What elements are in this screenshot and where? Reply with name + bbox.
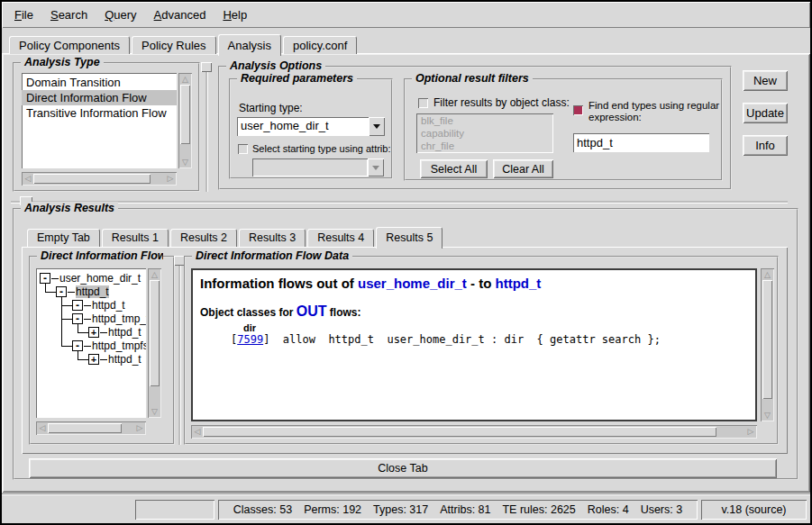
- list-item[interactable]: Domain Transition: [22, 75, 177, 90]
- tab-empty-tab[interactable]: Empty Tab: [27, 229, 100, 247]
- menu-search[interactable]: Search: [49, 6, 89, 23]
- tab-policy-conf[interactable]: policy.conf: [283, 36, 357, 54]
- scroll-right-icon[interactable]: ▷: [745, 425, 756, 439]
- stat-users: Users: 3: [641, 503, 683, 516]
- tree-node[interactable]: httpd_t: [108, 353, 141, 366]
- tree-node[interactable]: httpd_t: [92, 299, 125, 312]
- scroll-left-icon[interactable]: ◁: [23, 172, 33, 186]
- scroll-thumb[interactable]: [203, 427, 716, 437]
- results-sash-vertical[interactable]: [178, 256, 180, 445]
- tree-connector: [78, 324, 78, 332]
- attrib-combo-value: [252, 158, 368, 177]
- select-all-button[interactable]: Select All: [420, 159, 488, 178]
- tree-node[interactable]: httpd_tmp_t: [92, 312, 146, 325]
- tab-policy-rules[interactable]: Policy Rules: [132, 36, 216, 54]
- headline-target-type: httpd_t: [496, 276, 542, 291]
- update-button[interactable]: Update: [743, 103, 788, 123]
- rule-number-link[interactable]: 7599: [237, 333, 263, 346]
- tree-node-selected[interactable]: httpd_t: [76, 285, 109, 298]
- tree-expander-icon[interactable]: +: [88, 327, 99, 338]
- close-tab-button[interactable]: Close Tab: [29, 458, 777, 478]
- menu-help[interactable]: Help: [221, 6, 249, 23]
- scroll-left-icon[interactable]: ◁: [192, 425, 203, 439]
- scroll-thumb[interactable]: [180, 85, 190, 144]
- regex-checkbox[interactable]: [573, 105, 583, 115]
- info-button[interactable]: Info: [743, 135, 788, 156]
- tree-node[interactable]: user_home_dir_t: [59, 272, 141, 285]
- analysis-page: Analysis Type Domain Transition Direct I…: [2, 53, 810, 493]
- starting-type-combobox[interactable]: user_home_dir_t: [237, 117, 385, 136]
- scroll-thumb[interactable]: [48, 423, 122, 433]
- regex-input[interactable]: [573, 133, 709, 152]
- scroll-up-icon[interactable]: △: [148, 269, 161, 280]
- flow-subhead: Object classes for OUT flows:: [200, 303, 748, 320]
- menu-file[interactable]: File: [13, 6, 35, 23]
- data-hscrollbar[interactable]: ◁ ▷: [191, 425, 757, 439]
- scroll-down-icon[interactable]: ▽: [178, 157, 192, 167]
- scroll-thumb[interactable]: [762, 280, 772, 399]
- objclass-filter-checkbox[interactable]: [418, 98, 428, 108]
- analysis-options-frame: Analysis Options Required parameters Sta…: [218, 66, 732, 190]
- headline-prefix: Information flows out of: [200, 276, 354, 291]
- scroll-down-icon[interactable]: ▽: [148, 406, 161, 417]
- list-item-disabled: capability: [416, 127, 553, 140]
- list-item[interactable]: Transitive Information Flow: [22, 105, 177, 121]
- analysis-type-vscrollbar[interactable]: △ ▽: [178, 73, 192, 168]
- tab-policy-components[interactable]: Policy Components: [9, 36, 130, 54]
- combo-dropdown-button[interactable]: [369, 117, 385, 136]
- attrib-combobox: [252, 158, 384, 177]
- tree-expander-icon[interactable]: -: [56, 286, 67, 297]
- object-class-name: dir: [243, 322, 748, 333]
- tree-expander-icon[interactable]: -: [40, 273, 50, 284]
- tree-expander-icon[interactable]: +: [88, 354, 99, 365]
- pane-sash-handle[interactable]: [201, 62, 212, 72]
- status-version: v.18 (source): [701, 500, 807, 520]
- analysis-type-frame: Analysis Type Domain Transition Direct I…: [13, 62, 200, 192]
- menu-advanced[interactable]: Advanced: [152, 6, 208, 23]
- tree-hscrollbar[interactable]: ◁ ▷: [36, 421, 146, 435]
- data-vscrollbar[interactable]: △ ▽: [761, 268, 774, 421]
- tree-connector: [61, 305, 72, 306]
- pane-sash-vertical[interactable]: [205, 62, 207, 192]
- tab-results-4[interactable]: Results 4: [307, 229, 374, 247]
- tab-results-2[interactable]: Results 2: [170, 229, 237, 247]
- analysis-type-listbox: Domain Transition Direct Information Flo…: [22, 73, 177, 168]
- scroll-right-icon[interactable]: ▷: [134, 421, 145, 435]
- tree-expander-icon[interactable]: -: [72, 300, 83, 311]
- results-page: Direct Information Flow T: [22, 247, 788, 454]
- scroll-thumb[interactable]: [150, 280, 160, 386]
- clear-all-button[interactable]: Clear All: [493, 159, 553, 178]
- tab-results-5[interactable]: Results 5: [376, 227, 442, 249]
- scroll-up-icon[interactable]: △: [761, 269, 774, 280]
- starting-type-value: user_home_dir_t: [237, 117, 369, 136]
- required-params-title: Required parameters: [237, 72, 357, 85]
- tree-expander-icon[interactable]: -: [72, 313, 83, 324]
- tab-results-3[interactable]: Results 3: [239, 229, 306, 247]
- objclass-checkbox-row: Filter results by object class:: [418, 96, 570, 109]
- pane-sash-horizontal[interactable]: [11, 201, 788, 203]
- analysis-type-hscrollbar[interactable]: ◁ ▷: [22, 172, 177, 186]
- scroll-thumb[interactable]: [33, 174, 151, 184]
- analysis-type-title: Analysis Type: [21, 56, 104, 68]
- analysis-results-title: Analysis Results: [21, 202, 118, 214]
- list-item-selected[interactable]: Direct Information Flow: [22, 90, 177, 105]
- stat-perms: Perms: 192: [304, 503, 361, 516]
- status-stats: Classes: 53 Perms: 192 Types: 317 Attrib…: [218, 500, 698, 520]
- tree-vscrollbar[interactable]: △ ▽: [148, 268, 161, 418]
- menu-query[interactable]: Query: [103, 6, 138, 23]
- scroll-left-icon[interactable]: ◁: [37, 421, 48, 435]
- scroll-down-icon[interactable]: ▽: [761, 410, 774, 421]
- scroll-up-icon[interactable]: △: [178, 74, 192, 85]
- scroll-right-icon[interactable]: ▷: [165, 172, 176, 186]
- tree-expander-icon[interactable]: -: [72, 340, 83, 351]
- attrib-checkbox[interactable]: [238, 144, 248, 154]
- tab-results-1[interactable]: Results 1: [102, 229, 169, 247]
- flow-data-text[interactable]: Information flows out of user_home_dir_t…: [191, 268, 757, 421]
- tree-connector: [84, 346, 91, 347]
- tree-connector: [68, 292, 75, 293]
- tree-node[interactable]: httpd_t: [108, 326, 141, 339]
- tree-node[interactable]: httpd_tmpfs_: [92, 339, 146, 352]
- tab-analysis[interactable]: Analysis: [218, 34, 281, 56]
- new-button[interactable]: New: [743, 70, 788, 91]
- flow-direction: OUT: [297, 303, 327, 319]
